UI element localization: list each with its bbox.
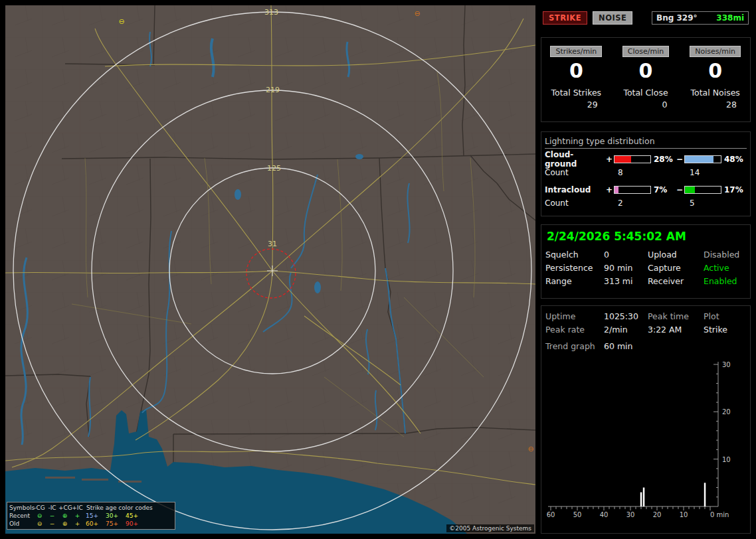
trend-graph-label: Trend graph (545, 341, 604, 351)
map-legend: Symbols -CG -IC +CG +IC Strike age color… (7, 502, 175, 530)
rate-counters: Strikes/min 0 Total Strikes 29 Close/min… (541, 37, 751, 122)
age-60: 60+ (86, 520, 104, 528)
cloud-ground-count-row: Count 8 14 (545, 166, 747, 179)
copyright-text: ©2005 Astrogenic Systems (446, 524, 534, 532)
peak-time-value: 3:22 AM (648, 325, 704, 335)
bearing-distance: 338mi (716, 13, 744, 23)
distribution-title: Lightning type distribution (545, 136, 747, 149)
cg-negative-bar (684, 155, 721, 163)
xtick-50: 50 (573, 511, 582, 518)
persistence-value: 90 min (604, 263, 648, 273)
trend-tick-labels: 30 20 10 60 50 40 30 20 10 0 min (547, 361, 731, 518)
legend-symbols-header: Symbols (9, 504, 33, 512)
recent-ncg-icon: ⊖ (33, 512, 46, 520)
trend-spike (643, 487, 645, 506)
strike-symbol: ⊖ (118, 17, 124, 26)
strike-mode-button[interactable]: STRIKE (543, 11, 587, 25)
ring-label-313: 313 (264, 8, 278, 17)
cg-positive-count: 8 (614, 168, 650, 177)
ic-negative-count: 5 (686, 198, 721, 208)
total-strikes-value: 29 (587, 100, 611, 110)
strikes-counter: Strikes/min 0 Total Strikes 29 (541, 46, 611, 121)
intracloud-count-row: Count 2 5 (545, 196, 747, 210)
trend-graph-window: 60 min (604, 341, 648, 351)
strikes-per-min-label: Strikes/min (550, 46, 602, 57)
plus-sign: + (605, 185, 614, 194)
trend-spike (704, 483, 706, 506)
legend-col-pcg: +CG (58, 504, 71, 512)
ytick-20: 20 (722, 408, 731, 416)
app-window: 313 219 125 31 ⊖⊖⊖ Symbols -CG -IC +CG +… (0, 0, 756, 539)
total-close-label: Total Close (623, 88, 668, 98)
xtick-30: 30 (626, 511, 635, 518)
bearing-readout: Bng 329° 338mi (652, 11, 749, 25)
cg-negative-bar-fill (685, 156, 713, 163)
total-noises-value: 28 (726, 100, 750, 110)
age-90: 90+ (126, 520, 143, 528)
trend-axes (548, 362, 718, 506)
close-per-min-value: 0 (639, 60, 653, 82)
ic-positive-bar-fill (614, 187, 618, 193)
minus-sign: − (675, 155, 684, 164)
age-75: 75+ (106, 520, 124, 528)
age-15: 15+ (86, 512, 104, 520)
noises-per-min-label: Noises/min (690, 46, 741, 57)
xtick-60: 60 (547, 511, 555, 518)
status-trend-panel: Uptime 1025:30 Peak time Plot Peak rate … (541, 305, 751, 534)
recent-pic-icon: + (71, 512, 84, 520)
trend-ticks (551, 364, 718, 510)
ic-positive-count: 2 (614, 198, 650, 208)
peak-rate-label: Peak rate (545, 325, 604, 335)
capture-label: Capture (648, 263, 704, 273)
cg-negative-count: 14 (686, 168, 721, 177)
old-pic-icon: + (71, 520, 84, 528)
receiver-label: Receiver (648, 276, 704, 286)
uptime-label: Uptime (545, 311, 604, 321)
legend-col-ncg: -CG (33, 504, 46, 512)
current-datetime: 2/24/2026 5:45:02 AM (547, 230, 746, 243)
ic-positive-pct: 7% (651, 185, 675, 194)
total-noises-label: Total Noises (691, 88, 740, 98)
xtick-0: 0 min (710, 511, 729, 518)
capture-status: Active (704, 263, 747, 273)
old-ncg-icon: ⊖ (33, 520, 46, 528)
old-pcg-icon: ⊕ (58, 520, 71, 528)
time-settings-panel: 2/24/2026 5:45:02 AM Squelch 0 Upload Di… (541, 224, 751, 299)
cg-negative-pct: 48% (721, 155, 745, 164)
range-label: Range (545, 276, 604, 286)
cloud-ground-row: Cloud-ground + 28% − 48% (545, 153, 747, 166)
legend-col-pic: +IC (71, 504, 84, 512)
close-per-min-label: Close/min (622, 46, 669, 57)
close-counter: Close/min 0 Total Close 0 (611, 46, 681, 121)
ic-negative-bar-fill (685, 187, 695, 193)
legend-old-label: Old (9, 520, 33, 528)
uptime-value: 1025:30 (604, 311, 648, 321)
map-canvas: 313 219 125 31 ⊖⊖⊖ (5, 5, 535, 534)
noise-mode-button[interactable]: NOISE (593, 11, 632, 25)
ytick-30: 30 (722, 361, 731, 368)
ring-label-125: 125 (267, 164, 281, 173)
recent-pcg-icon: ⊕ (58, 512, 71, 520)
trend-spike (640, 493, 642, 506)
ring-label-219: 219 (266, 86, 280, 94)
squelch-label: Squelch (545, 250, 604, 260)
minus-sign: − (675, 185, 684, 194)
strike-symbol: ⊖ (414, 9, 420, 18)
peak-rate-value: 2/min (604, 325, 648, 335)
receiver-status: Enabled (704, 276, 747, 286)
ytick-10: 10 (722, 456, 731, 463)
age-45: 45+ (126, 512, 143, 520)
xtick-40: 40 (600, 511, 609, 518)
trend-spikes (640, 483, 706, 506)
xtick-10: 10 (680, 511, 688, 518)
ring-label-31: 31 (268, 240, 277, 248)
right-panel: STRIKE NOISE Bng 329° 338mi Strikes/min … (541, 5, 751, 534)
strikes-per-min-value: 0 (569, 60, 583, 82)
lightning-map[interactable]: 313 219 125 31 ⊖⊖⊖ Symbols -CG -IC +CG +… (5, 5, 535, 534)
ic-count-label: Count (545, 198, 605, 208)
xtick-20: 20 (653, 511, 662, 518)
cg-count-label: Count (545, 168, 605, 177)
cg-positive-bar-fill (614, 156, 631, 163)
recent-nic-icon: − (46, 512, 58, 520)
cloud-ground-label: Cloud-ground (545, 150, 605, 169)
